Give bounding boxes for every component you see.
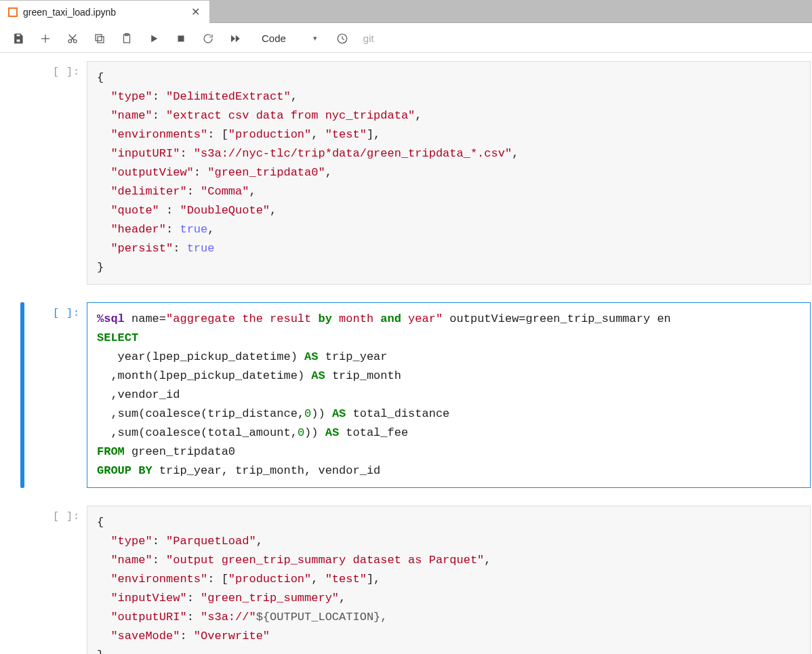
add-cell-button[interactable] (39, 33, 52, 45)
svg-rect-1 (16, 39, 20, 42)
code-cell[interactable]: [ ]: { "type": "ParquetLoad", "name": "o… (0, 506, 812, 654)
kernel-status-icon[interactable] (336, 33, 348, 45)
git-label[interactable]: git (363, 33, 374, 44)
notebook-toolbar: Code ▾ git (0, 23, 812, 53)
code-cell[interactable]: [ ]: %sql name="aggregate the result by … (0, 302, 812, 488)
cell-type-dropdown[interactable]: Code ▾ (256, 31, 321, 45)
cell-input[interactable]: %sql name="aggregate the result by month… (87, 302, 811, 488)
notebook-body: [ ]: { "type": "DelimitedExtract", "name… (0, 53, 812, 654)
cell-prompt: [ ]: (26, 61, 87, 285)
file-tab[interactable]: green_taxi_load.ipynb ✕ (0, 1, 210, 23)
svg-marker-14 (231, 35, 235, 42)
stop-button[interactable] (175, 33, 187, 45)
cell-prompt: [ ]: (26, 506, 87, 654)
cell-indicator (20, 61, 24, 285)
paste-button[interactable] (121, 33, 133, 45)
cell-input[interactable]: { "type": "ParquetLoad", "name": "output… (87, 506, 811, 654)
cell-indicator (20, 302, 24, 488)
cut-button[interactable] (66, 33, 79, 45)
svg-rect-0 (16, 34, 20, 37)
cell-prompt: [ ]: (26, 302, 87, 488)
svg-marker-15 (236, 35, 240, 42)
svg-rect-13 (178, 35, 184, 41)
svg-line-18 (342, 39, 344, 40)
chevron-down-icon: ▾ (313, 34, 317, 43)
svg-marker-12 (151, 35, 157, 42)
cell-type-label: Code (262, 33, 286, 44)
tab-bar: green_taxi_load.ipynb ✕ (0, 0, 812, 23)
svg-rect-9 (96, 35, 102, 41)
copy-button[interactable] (94, 33, 106, 45)
save-button[interactable] (12, 33, 24, 45)
restart-button[interactable] (202, 33, 214, 45)
code-cell[interactable]: [ ]: { "type": "DelimitedExtract", "name… (0, 61, 812, 285)
notebook-icon (8, 7, 18, 17)
cell-input[interactable]: { "type": "DelimitedExtract", "name": "e… (87, 61, 811, 285)
close-icon[interactable]: ✕ (190, 5, 201, 18)
cell-indicator (20, 506, 24, 654)
tab-title: green_taxi_load.ipynb (23, 7, 184, 18)
svg-rect-8 (98, 37, 104, 43)
run-button[interactable] (148, 33, 160, 45)
run-all-button[interactable] (229, 33, 241, 45)
